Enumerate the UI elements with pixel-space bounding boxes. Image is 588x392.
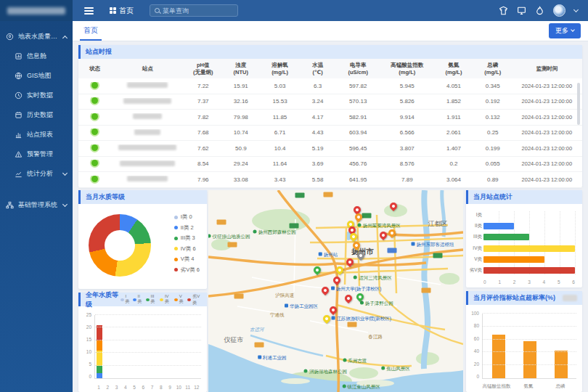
x-tick-label: 11 — [184, 385, 192, 390]
sidebar-item-alert-management[interactable]: 预警管理 — [0, 144, 73, 164]
dashboard-content: 站点时报 状态站点pH值(无量纲)浊度(NTU)溶解氧(mg/L)水温(℃)电导… — [73, 41, 588, 392]
y-tick-label: 20 — [80, 324, 91, 330]
legend-item[interactable]: V类 — [174, 293, 185, 306]
hbar-rows: I类II类III类IV类V类劣V类 — [483, 211, 575, 274]
x-tick-label: 2 — [103, 385, 112, 390]
menu-search-box[interactable] — [150, 4, 238, 17]
exceed-title: 当月评价指标站点超标率(%) — [473, 293, 555, 303]
user-avatar[interactable] — [553, 4, 565, 17]
station-cell — [111, 160, 184, 168]
y-tick-label: 0 — [80, 374, 91, 379]
time-cell: 2024-01-23 12:00:00 — [512, 129, 582, 136]
category-label: V类 — [467, 256, 482, 263]
legend-item[interactable]: 劣V类 6 — [174, 266, 200, 274]
legend-item[interactable]: III类 — [146, 293, 157, 306]
value-cell: 79.98 — [222, 114, 260, 121]
column-header-unit: (mg/L) — [433, 69, 474, 76]
sidebar-item-station-report[interactable]: 站点报表 — [0, 125, 73, 144]
sitemap-icon — [6, 201, 14, 209]
sidebar-item-statistics-analysis[interactable]: 统计分析 — [0, 164, 73, 184]
value-cell: 3.807 — [380, 145, 433, 152]
more-button-label: 更多 — [555, 26, 568, 36]
hamburger-menu-icon[interactable] — [84, 6, 94, 16]
value-cell: 641.95 — [335, 176, 380, 183]
donut-chart — [89, 214, 151, 277]
status-cell — [78, 144, 111, 152]
hbar-xaxis: 0123456 — [483, 279, 575, 285]
sidebar-item-label: 信息舱 — [27, 52, 46, 61]
value-cell: 0.132 — [474, 114, 512, 121]
column-header: 水温(℃) — [300, 62, 335, 76]
station-table-header: 状态站点pH值(无量纲)浊度(NTU)溶解氧(mg/L)水温(℃)电导率(uS/… — [78, 59, 582, 78]
legend-label: II类 — [138, 294, 143, 305]
gridline — [575, 211, 576, 274]
logo-blurred-text — [7, 7, 65, 15]
value-cell: 15.53 — [260, 98, 301, 105]
hbar-row: III类 — [483, 234, 575, 241]
x-tick-label: 6 — [572, 279, 575, 285]
theme-shirt-icon[interactable] — [499, 6, 508, 15]
value-cell: 3.24 — [300, 98, 335, 105]
logo-area — [0, 0, 73, 21]
value-cell: 8.54 — [184, 160, 222, 167]
clock-icon — [15, 91, 23, 99]
legend-item[interactable]: IV类 6 — [174, 245, 200, 253]
chevron-up-icon — [62, 35, 68, 40]
road-shield — [234, 293, 244, 298]
panel-title-station-report: 站点时报 — [78, 45, 582, 59]
sidebar-root-basic-management[interactable]: 基础管理系统 — [0, 195, 73, 215]
table-row: 8.5429.2411.643.69456.768.5760.20.055202… — [78, 157, 582, 173]
sidebar-item-gis-map[interactable]: GIS地图 — [0, 66, 73, 86]
sidebar-item-history-data[interactable]: 历史数据 — [0, 105, 73, 125]
legend-dot — [174, 268, 178, 271]
exceed-xlabels: 高锰酸盐指数氨氮总磷 — [481, 383, 576, 390]
tab-home[interactable]: 首页 — [80, 21, 102, 41]
status-dot — [91, 144, 98, 151]
category-label: IV类 — [467, 245, 482, 252]
legend-item[interactable]: II类 2 — [174, 224, 200, 232]
value-cell: 1.407 — [433, 145, 474, 152]
value-cell: 1.852 — [433, 98, 474, 105]
legend-item[interactable]: II类 — [133, 293, 143, 306]
x-tick-label: 1 — [94, 385, 103, 390]
legend-item[interactable]: I类 — [121, 293, 130, 306]
legend-item[interactable]: IV类 — [160, 293, 171, 306]
road-shield — [289, 223, 298, 228]
bar — [523, 341, 536, 378]
blurred-station-name — [127, 176, 168, 181]
legend-item[interactable]: I类 0 — [174, 213, 200, 221]
station-cell — [111, 82, 184, 89]
flame-icon[interactable] — [535, 6, 544, 15]
x-tick-label: 7 — [148, 385, 157, 390]
sidebar-item-info-cockpit[interactable]: 信息舱 — [0, 46, 73, 66]
hbar-row: V类 — [483, 256, 575, 264]
value-cell: 10.4 — [260, 145, 301, 152]
sidebar-root-surface-water-system[interactable]: 地表水质量监测系统 — [0, 27, 73, 46]
sidebar-item-realtime-data[interactable]: 实时数据 — [0, 86, 73, 105]
value-cell: 3.69 — [300, 160, 335, 167]
legend-item[interactable]: V类 4 — [174, 256, 200, 263]
bar-slot — [483, 314, 514, 378]
panel-title-exceed-rate: 当月评价指标站点超标率(%) — [466, 291, 582, 305]
layout-screen-icon[interactable] — [517, 6, 526, 15]
status-dot — [91, 128, 98, 135]
search-input[interactable] — [163, 7, 233, 15]
blurred-badge — [563, 295, 577, 301]
annual-chart: 2520151050 123456789101112 — [78, 306, 207, 392]
nav-home[interactable]: 首页 — [110, 6, 134, 16]
legend-item[interactable]: III类 3 — [174, 234, 200, 242]
station-cell — [111, 113, 184, 121]
legend-item[interactable]: 劣V类 — [187, 293, 202, 306]
value-cell: 33.08 — [222, 176, 260, 183]
bar-slot — [95, 315, 104, 378]
more-button[interactable]: 更多 — [549, 23, 581, 38]
user-menu-chevron-down-icon[interactable] — [573, 7, 579, 12]
value-cell: 11.85 — [260, 114, 301, 121]
column-header: 状态 — [78, 65, 111, 73]
apps-grid-icon — [110, 7, 116, 14]
table-scrollbar[interactable] — [577, 83, 580, 125]
gridline — [483, 339, 576, 340]
stacked-bar — [158, 315, 164, 378]
gis-map[interactable]: 扬州市仪征市江都区仪征捺山地质公园扬州西郊森林公园扬州茱萸湾风景区运河三湾风景区… — [208, 190, 463, 392]
station-cell — [111, 144, 184, 152]
